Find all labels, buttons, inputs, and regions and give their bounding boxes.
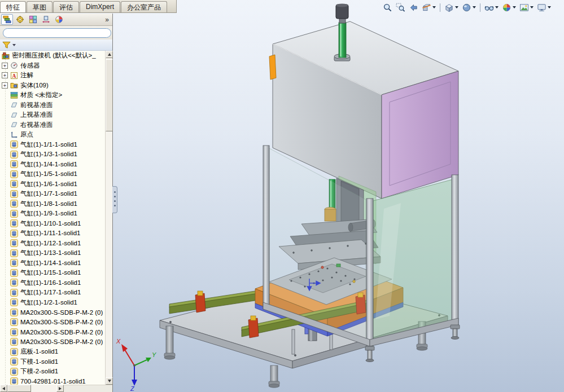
scroll-right-button[interactable] [56,385,64,392]
command-tab[interactable]: 评估 [53,1,79,12]
tree-item[interactable]: 气缸(1)-1/6-1-solid1 [0,179,105,190]
tree-item[interactable]: 气缸(1)-1/4-1-solid1 [0,160,105,170]
dropdown-caret-icon [530,6,534,8]
tree-vertical-scrollbar[interactable] [105,51,112,385]
view-settings-icon [537,3,546,12]
toolbar-overflow-button[interactable]: » [103,16,111,24]
tree-item-label: 下模-2-solid1 [20,367,58,376]
tree-item[interactable]: 气缸(1)-1/7-1-solid1 [0,189,105,199]
section-view-button[interactable] [421,2,437,13]
heads-up-view-toolbar [382,1,552,14]
tree-item[interactable]: 气缸(1)-1/16-1-solid1 [0,278,105,288]
expander-toggle[interactable]: + [2,72,8,78]
tree-item-label: 实体(109) [20,81,49,90]
tree-item[interactable]: 前视基准面 [0,100,105,111]
tree-item[interactable]: 下模-2-solid1 [0,367,105,377]
command-tab[interactable]: 草图 [27,1,53,12]
tree-item[interactable]: 气缸(1)-1/14-1-solid1 [0,258,105,268]
down-arrow-icon [108,380,111,382]
tree-item-label: MA20x300-S-SDB-P-M-2 (0) [20,338,103,345]
tree-item-label: 气缸(1)-1/9-1-solid1 [20,209,77,218]
tree-item[interactable]: MA20x300-S-SDB-P-M-2 (0) [0,307,105,318]
tree-item-label: 气缸(1)-1/14-1-solid1 [20,259,81,267]
tree-item[interactable]: +实体(109) [0,81,105,91]
tree-item[interactable]: 底板-1-solid1 [0,347,105,357]
tree-item[interactable]: 气缸(1)-1/10-1-solid1 [0,219,105,229]
edit-appearance-button[interactable] [501,2,517,13]
orientation-triad: X Y Z [116,338,156,392]
tree-item-label: 气缸(1)-1/1-1-solid1 [20,140,77,149]
horizontal-scroll-thumb[interactable] [7,385,31,392]
display-style-button[interactable] [461,2,477,13]
zoom-fit-icon [383,3,392,12]
tree-item[interactable]: 气缸(1)-1/3-1-solid1 [0,149,105,160]
command-tab[interactable]: 特征 [0,1,26,12]
apply-scene-button[interactable] [518,2,535,13]
zoom-to-area-button[interactable] [395,2,406,13]
triad-x-label: X [116,338,121,345]
tree-item-label: 下模-1-solid1 [20,358,58,366]
plane-icon [10,111,18,119]
dimxpertmanager-tab[interactable] [40,14,52,25]
tree-item[interactable]: 密封圈压接机 (默认<<默认>_ [0,51,105,61]
command-tab[interactable]: 办公室产品 [121,1,167,12]
tree-item[interactable]: MA20x300-S-SDB-P-M-2 (0) [0,327,105,337]
vertical-scroll-thumb[interactable] [106,59,113,131]
tree-item[interactable]: 上视基准面 [0,110,105,120]
view-orientation-button[interactable] [443,2,460,13]
tree-item[interactable]: MA20x300-S-SDB-P-M-2 (0) [0,318,105,328]
tree-item[interactable]: 气缸(1)-1/5-1-solid1 [0,169,105,179]
tree-item[interactable]: 原点 [0,130,105,140]
tree-item[interactable]: 气缸(1)-1/17-1-solid1 [0,288,105,298]
solid-body-icon [10,348,18,356]
zoom-to-fit-button[interactable] [382,2,394,13]
tree-item[interactable]: 气缸(1)-1/9-1-solid1 [0,209,105,219]
previous-view-icon [409,3,418,12]
propertymanager-tab[interactable] [14,14,26,25]
tree-item[interactable]: MA20x300-S-SDB-P-M-2 (0) [0,337,105,347]
previous-view-button[interactable] [408,2,419,13]
scroll-down-button[interactable] [106,377,113,385]
command-tab[interactable]: DimXpert [80,1,120,12]
hide-show-items-button[interactable] [483,2,500,13]
view-settings-button[interactable] [536,2,552,13]
sensor-icon [10,61,18,69]
plane-icon [10,101,18,109]
tree-item-label: 气缸(1)-1/12-1-solid1 [20,239,81,248]
tree-item[interactable]: 下模-1-solid1 [0,357,105,367]
filter-funnel-icon[interactable] [2,41,11,49]
tree-item[interactable]: 气缸(1)-1/11-1-solid1 [0,228,105,239]
filter-caret-icon[interactable] [12,44,16,46]
tree-item[interactable]: 气缸(1)-1/2-1-solid1 [0,298,105,308]
panel-splitter[interactable] [112,186,117,213]
tree-item-label: 气缸(1)-1/2-1-solid1 [20,298,77,307]
tree-item[interactable]: 右视基准面 [0,120,105,130]
tree-item[interactable]: +传感器 [0,61,105,71]
scroll-left-button[interactable] [0,385,7,392]
tree-item-label: 气缸(1)-1/11-1-solid1 [20,229,81,237]
feature-manager-panel: » 密封圈压接机 (默认<<默认>_+传感器+A注解+实体(109)材质 <未指… [0,14,113,392]
configurationmanager-tab[interactable] [27,14,39,25]
tree-item[interactable]: +A注解 [0,71,105,81]
expander-toggle[interactable]: + [2,82,8,89]
tree-horizontal-scrollbar[interactable] [0,385,64,392]
expander-toggle[interactable]: + [2,63,8,69]
tree-item[interactable]: 气缸(1)-1/1-1-solid1 [0,140,105,150]
tree-item[interactable]: 气缸(1)-1/8-1-solid1 [0,199,105,209]
tree-filter-input[interactable] [3,28,111,38]
tree-item-label: MA20x300-S-SDB-P-M-2 (0) [20,329,103,336]
tree-item[interactable]: 气缸(1)-1/12-1-solid1 [0,239,105,249]
tree-item[interactable]: 气缸(1)-1/13-1-solid1 [0,248,105,258]
svg-text:A: A [12,73,16,78]
displaymanager-tab[interactable] [53,14,65,25]
up-arrow-icon [108,53,111,56]
featuremanager-tab[interactable] [1,14,13,25]
tree-item-label: 注解 [20,71,33,80]
tree-item[interactable]: 气缸(1)-1/15-1-solid1 [0,268,105,278]
tree-item-label: 气缸(1)-1/10-1-solid1 [20,219,81,228]
tree-item[interactable]: 材质 <未指定> [0,90,105,100]
edit-appearance-icon [502,3,511,12]
scrollbar-filler [64,385,112,392]
tree-item[interactable]: 700-42981-01-1-solid1 [0,377,105,385]
scroll-up-button[interactable] [106,51,113,58]
